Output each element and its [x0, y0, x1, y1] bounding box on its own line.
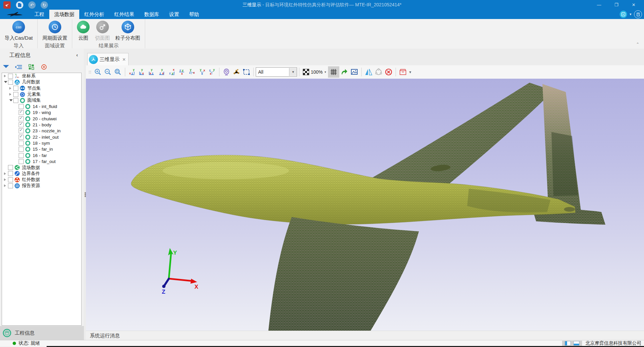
menu-tab-0[interactable]: 工程	[29, 10, 49, 19]
tree-checkbox[interactable]	[8, 183, 13, 188]
select-box-button[interactable]	[241, 67, 251, 77]
cancel-button[interactable]	[384, 67, 394, 77]
camera-button[interactable]	[221, 67, 231, 77]
tree-checkbox[interactable]	[8, 165, 13, 170]
tree-row-0[interactable]: Yzx坐标系	[2, 73, 81, 79]
zoom-in-button[interactable]	[93, 67, 103, 77]
zoom-fit-button[interactable]	[113, 67, 123, 77]
tab-close-icon[interactable]: ✕	[122, 57, 126, 62]
tree-row-13[interactable]: 16 - far	[2, 152, 81, 158]
layout-toggle-icons[interactable]	[562, 341, 582, 346]
filter-icon[interactable]	[2, 63, 10, 71]
panel-collapse-icon[interactable]: ‹	[76, 52, 78, 58]
display-filter-select[interactable]: All ▼	[256, 67, 297, 77]
tree-row-17[interactable]: 红外数据	[2, 177, 81, 183]
tree-checkbox[interactable]	[19, 116, 24, 121]
tree-checkbox[interactable]	[19, 104, 24, 109]
view-orientation-4-button[interactable]: zxy	[157, 67, 167, 77]
view-orientation-6-button[interactable]: zyx	[177, 67, 187, 77]
tree-row-12[interactable]: 15 - far_in	[2, 146, 81, 152]
tree-row-18[interactable]: 报告资源	[2, 183, 81, 189]
view-orientation-3-button[interactable]: xzy	[147, 67, 157, 77]
ribbon-button-1-0[interactable]: 周期面设置	[40, 19, 70, 41]
archive-caret-icon[interactable]: ▼	[409, 70, 412, 74]
minimize-button[interactable]: —	[591, 0, 607, 10]
tree-row-7[interactable]: 20 - chuiwei	[2, 116, 81, 122]
zoom-out-button[interactable]	[103, 67, 113, 77]
view-orientation-5-button[interactable]: zyx	[167, 67, 177, 77]
ribbon-button-2-2[interactable]: 粒子分布图	[113, 19, 143, 41]
tree-row-8[interactable]: 21 - body	[2, 122, 81, 128]
menu-tab-3[interactable]: 红外结果	[109, 10, 139, 19]
toolbar-drag-handle[interactable]: ⁞⁞	[89, 70, 92, 75]
close-button[interactable]: ✕	[626, 0, 641, 10]
tree-row-6[interactable]: 19 - wing	[2, 110, 81, 116]
tree-expander-icon[interactable]	[9, 87, 13, 90]
tree-checkbox[interactable]	[8, 171, 13, 176]
menu-tab-1[interactable]: 流场数据	[49, 10, 79, 19]
periodic-copy-button[interactable]	[374, 67, 384, 77]
tree-checkbox[interactable]	[19, 135, 24, 140]
locate-target-icon[interactable]	[40, 63, 48, 71]
tree-expander-icon[interactable]	[3, 79, 8, 85]
view-orientation-7-button[interactable]: yxz	[187, 67, 197, 77]
view-orientation-2-button[interactable]: zxy	[137, 67, 147, 77]
manual-button[interactable]	[634, 10, 642, 18]
mirror-button[interactable]	[364, 67, 374, 77]
tree-checkbox[interactable]	[19, 128, 24, 133]
ribbon-button-0-0[interactable]: cas导入Cas/Dat	[2, 19, 35, 41]
screenshot-button[interactable]	[349, 67, 359, 77]
view-orientation-8-button[interactable]: yxz	[197, 67, 207, 77]
tree-row-1[interactable]: 几何数据	[2, 79, 81, 85]
combo-arrow-icon[interactable]: ▼	[289, 68, 297, 76]
archive-box-button[interactable]	[398, 67, 408, 77]
tree-expander-icon[interactable]	[3, 172, 8, 175]
tree-row-3[interactable]: 元素集	[2, 91, 81, 97]
tree-expander-icon[interactable]	[9, 98, 13, 103]
ribbon-collapse-icon[interactable]: ⌃	[636, 42, 639, 47]
ribbon-button-2-0[interactable]: 云图	[74, 19, 92, 41]
group-view-icon[interactable]	[27, 63, 35, 71]
view-orientation-1-button[interactable]: xzy	[127, 67, 137, 77]
tree-checkbox[interactable]	[19, 110, 24, 115]
tree-checkbox[interactable]	[13, 92, 18, 97]
tree-row-4[interactable]: 面域集	[2, 97, 81, 103]
particle-trace-button[interactable]	[231, 67, 241, 77]
panel-footer-tab[interactable]: 工程信息	[0, 326, 84, 340]
tree-checkbox[interactable]	[19, 122, 24, 127]
tree-expander-icon[interactable]	[9, 93, 13, 96]
tree-checkbox[interactable]	[8, 74, 13, 79]
menu-tab-2[interactable]: 红外分析	[79, 10, 109, 19]
viewport-3d[interactable]: Y X Z	[86, 79, 644, 331]
menu-tab-6[interactable]: 帮助	[184, 10, 204, 19]
tree-checkbox[interactable]	[13, 86, 18, 91]
theme-button[interactable]	[620, 11, 627, 18]
tree-checkbox[interactable]	[19, 159, 24, 164]
tree-checkbox[interactable]	[19, 153, 24, 158]
layout-bottom-icon[interactable]	[573, 341, 579, 346]
tree-row-2[interactable]: 节点集	[2, 85, 81, 91]
menu-tab-5[interactable]: 设置	[164, 10, 184, 19]
theme-caret-icon[interactable]: ▼	[629, 13, 632, 16]
tree-row-11[interactable]: 18 - sym	[2, 140, 81, 146]
tree-expander-icon[interactable]	[3, 75, 8, 77]
tab-3d-view[interactable]: 三维显示 ✕	[87, 53, 129, 66]
mesh-toggle-button[interactable]	[328, 66, 339, 78]
tree-row-15[interactable]: 流场数据	[2, 164, 81, 170]
layout-left-icon[interactable]	[565, 341, 571, 346]
tree-checkbox[interactable]	[13, 98, 18, 103]
tree-checkbox[interactable]	[19, 147, 24, 152]
tree-checkbox[interactable]	[8, 177, 13, 182]
view-orientation-9-button[interactable]: zyx	[207, 67, 217, 77]
share-view-button[interactable]	[339, 67, 349, 77]
tree-expander-icon[interactable]	[3, 178, 8, 181]
tree-row-14[interactable]: 17 - far_out	[2, 158, 81, 164]
tree-row-16[interactable]: 边界条件	[2, 171, 81, 177]
maximize-button[interactable]: ❐	[609, 0, 624, 10]
tree-checkbox[interactable]	[8, 80, 13, 85]
tree-row-5[interactable]: 14 - int_fluid	[2, 103, 81, 109]
tree-row-10[interactable]: 22 - inlet_out	[2, 134, 81, 140]
tree-row-9[interactable]: 23 - nozzle_in	[2, 128, 81, 134]
tree-expander-icon[interactable]	[3, 184, 8, 187]
tree-checkbox[interactable]	[19, 141, 24, 146]
